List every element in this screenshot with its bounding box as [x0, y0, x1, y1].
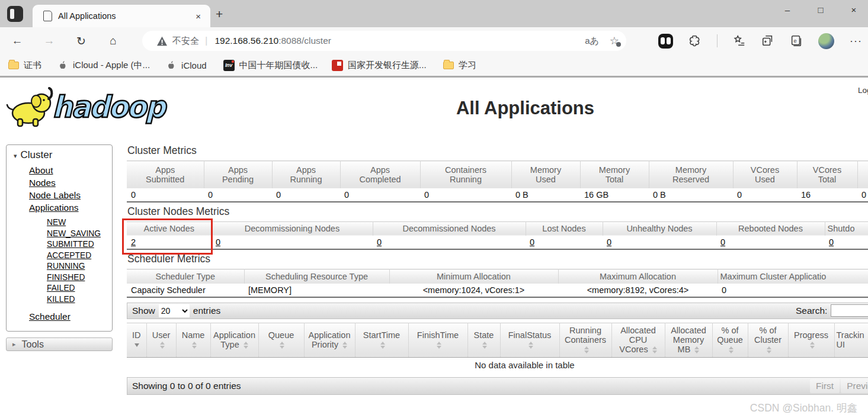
address-bar[interactable]: 不安全 | 192.168.56.210:8088/cluster aあ ☆ — [142, 31, 626, 51]
col-header-allocated-memory[interactable]: Allocated Memory MB — [665, 323, 712, 357]
split-screen-icon[interactable] — [761, 34, 774, 47]
sort-icon — [437, 342, 441, 349]
tab-actions-menu-icon[interactable] — [7, 6, 23, 22]
col-header-progress[interactable]: Progress — [788, 323, 834, 357]
col-header-finalstatus[interactable]: FinalStatus — [500, 323, 559, 357]
sidebar-item-accepted[interactable]: ACCEPTED — [47, 250, 112, 262]
bookmark-study[interactable]: 学习 — [443, 60, 476, 71]
sidebar: ▾Cluster About Nodes Node Labels Applica… — [6, 144, 113, 351]
sort-icon — [482, 342, 487, 349]
no-data-message: No data available in table — [127, 357, 868, 374]
tab-close-icon[interactable]: × — [192, 10, 204, 22]
table-footer-bar: Showing 0 to 0 of 0 entries First Previo… — [127, 377, 868, 395]
cluster-nodes-metrics-table: Active Nodes Decommissioning Nodes Decom… — [127, 221, 868, 250]
show-label: Show — [132, 306, 155, 316]
col-header-state[interactable]: State — [467, 323, 500, 357]
metric-value: 0 — [857, 188, 868, 202]
sidebar-item-new[interactable]: NEW — [47, 217, 112, 229]
col-header: Minimum Allocation — [389, 269, 558, 284]
rebooted-nodes-link[interactable]: 0 — [720, 237, 725, 247]
browser-essentials-icon[interactable] — [658, 34, 673, 49]
new-tab-button[interactable]: + — [216, 7, 223, 21]
metric-value: 16 — [797, 188, 857, 202]
sidebar-item-node-labels[interactable]: Node Labels — [29, 189, 112, 201]
settings-more-icon[interactable]: ··· — [850, 35, 862, 47]
bookmark-icloud[interactable]: iCloud — [166, 60, 207, 71]
extensions-icon[interactable] — [688, 34, 702, 47]
home-icon[interactable]: ⌂ — [105, 34, 121, 47]
translate-icon[interactable]: aあ — [585, 36, 599, 47]
bookmark-certificates[interactable]: 证书 — [8, 60, 41, 71]
col-header: Memory Total — [580, 161, 649, 188]
col-header: Maximum Cluster Applicatio — [718, 269, 868, 284]
shutdown-nodes-link[interactable]: 0 — [829, 237, 834, 247]
decommissioned-nodes-link[interactable]: 0 — [377, 237, 382, 247]
col-header-finishtime[interactable]: FinishTime — [408, 323, 467, 357]
sidebar-item-running[interactable]: RUNNING — [47, 261, 112, 272]
pagination-first-button[interactable]: First — [810, 379, 840, 393]
col-header-tracking-ui[interactable]: Trackin UI — [834, 323, 868, 357]
back-icon[interactable]: ← — [9, 34, 25, 47]
col-header: Shutdo — [825, 221, 868, 236]
col-header-allocated-cpu[interactable]: Allocated CPU VCores — [611, 323, 665, 357]
edge-page-icon[interactable]: e — [790, 34, 803, 47]
col-header — [857, 161, 868, 188]
col-header-queue[interactable]: Queue — [258, 323, 304, 357]
search-input[interactable] — [831, 304, 868, 317]
sidebar-item-failed[interactable]: FAILED — [47, 283, 112, 294]
add-favorite-icon[interactable]: ☆ — [610, 34, 619, 47]
sort-icon — [244, 342, 248, 349]
sort-desc-icon — [134, 343, 139, 347]
toolbar-separator — [717, 34, 718, 47]
refresh-icon[interactable]: ↻ — [73, 34, 89, 48]
col-header-id[interactable]: ID — [127, 323, 146, 357]
sidebar-item-about[interactable]: About — [29, 164, 112, 176]
sort-icon — [342, 342, 347, 349]
sidebar-item-nodes[interactable]: Nodes — [29, 176, 112, 189]
empty-row: No data available in table — [127, 357, 868, 374]
chevron-down-icon: ▾ — [14, 152, 17, 159]
pagination-previous-button[interactable]: Previou — [841, 379, 868, 393]
browser-tab-bar: All Applications × + – □ × — [0, 0, 868, 27]
active-nodes-link[interactable]: 2 — [131, 237, 136, 247]
sidebar-item-submitted[interactable]: SUBMITTED — [47, 239, 112, 250]
lost-nodes-link[interactable]: 0 — [530, 237, 534, 247]
col-header-application-type[interactable]: Application Type — [210, 323, 258, 357]
sort-icon — [529, 342, 533, 349]
profile-avatar[interactable] — [818, 33, 834, 49]
showing-entries-text: Showing 0 to 0 of 0 entries — [132, 381, 241, 391]
decommissioning-nodes-link[interactable]: 0 — [216, 237, 220, 247]
applications-table: ID User Name Application Type Queue Appl… — [127, 323, 868, 374]
bookmark-icloud-apple[interactable]: iCloud - Apple (中... — [58, 60, 150, 71]
sidebar-cluster-header[interactable]: ▾Cluster — [7, 147, 112, 164]
sort-icon — [280, 342, 284, 349]
page-size-select[interactable]: 20 — [159, 304, 190, 317]
scheduler-metrics-table: Scheduler Type Scheduling Resource Type … — [127, 269, 868, 298]
col-header-name[interactable]: Name — [176, 323, 210, 357]
col-header-application-priority[interactable]: Application Priority — [304, 323, 355, 357]
chevron-right-icon: ▸ — [12, 340, 16, 348]
col-header-starttime[interactable]: StartTime — [355, 323, 408, 357]
sidebar-item-scheduler[interactable]: Scheduler — [29, 310, 112, 323]
col-header-pct-queue[interactable]: % of Queue — [712, 323, 748, 357]
unhealthy-nodes-link[interactable]: 0 — [607, 237, 611, 247]
col-header-running-containers[interactable]: Running Containers — [559, 323, 611, 357]
bookmark-cdb[interactable]: 国家开发银行生源... — [332, 60, 427, 71]
sidebar-item-finished[interactable]: FINISHED — [47, 272, 112, 284]
col-header-user[interactable]: User — [146, 323, 176, 357]
col-header-pct-cluster[interactable]: % of Cluster — [748, 323, 788, 357]
window-maximize-button[interactable]: □ — [815, 5, 827, 15]
sidebar-item-killed[interactable]: KILLED — [47, 294, 112, 306]
window-minimize-button[interactable]: – — [781, 5, 793, 15]
window-close-button[interactable]: × — [848, 5, 860, 15]
bookmark-bonds[interactable]: Inv 中国十年期国债收... — [223, 60, 318, 71]
sidebar-item-new-saving[interactable]: NEW_SAVING — [47, 229, 112, 240]
col-header: Rebooted Nodes — [716, 221, 825, 236]
forward-icon[interactable]: → — [41, 34, 57, 47]
sidebar-tools-header[interactable]: ▸ Tools — [6, 337, 113, 351]
hadoop-elephant-icon — [5, 85, 56, 128]
browser-tab[interactable]: All Applications × — [33, 5, 210, 27]
sidebar-item-applications[interactable]: Applications — [29, 201, 112, 214]
col-header: Lost Nodes — [526, 221, 603, 236]
collections-icon[interactable] — [733, 34, 746, 47]
